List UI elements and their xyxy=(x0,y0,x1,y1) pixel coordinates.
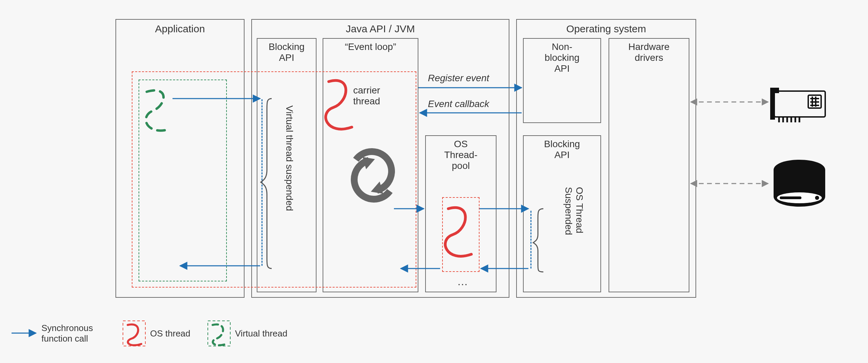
legend-virtual-thread-label: Virtual thread xyxy=(235,328,287,339)
hardware-drivers-box: Hardware drivers xyxy=(609,38,689,292)
pool-os-thread xyxy=(442,197,480,272)
application-title: Application xyxy=(116,23,244,35)
register-event-label: Register event xyxy=(428,73,489,84)
blocking-api-title: Blocking API xyxy=(257,41,316,63)
diagram-canvas: Application Java API / JVM Operating sys… xyxy=(0,0,868,363)
svg-point-13 xyxy=(777,192,822,203)
jvm-title: Java API / JVM xyxy=(252,23,509,35)
event-loop-title: “Event loop” xyxy=(323,41,418,52)
threadpool-ellipsis: … xyxy=(457,275,468,288)
event-callback-label: Event callback xyxy=(428,99,489,109)
disk-icon xyxy=(774,160,825,207)
svg-rect-0 xyxy=(774,91,825,117)
hardware-drivers-title: Hardware drivers xyxy=(609,41,689,63)
os-blocking-api-title: Blocking API xyxy=(524,139,600,160)
nonblocking-api-box: Non- blocking API xyxy=(523,38,601,123)
virtual-thread-suspended-line xyxy=(261,99,263,266)
os-blocking-api-box: Blocking API xyxy=(523,135,601,292)
carrier-thread-label: carrier thread xyxy=(353,85,380,107)
hardware-card-icon xyxy=(771,88,825,122)
virtual-thread-suspended-label: Virtual thread suspended xyxy=(284,105,295,211)
legend-sync-label: Synchronous function call xyxy=(41,323,93,344)
legend-vthread-box xyxy=(208,321,230,346)
legend-os-thread-label: OS thread xyxy=(150,328,191,339)
nonblocking-api-title: Non- blocking API xyxy=(524,41,600,74)
legend-osthread-box xyxy=(123,321,145,346)
svg-rect-15 xyxy=(780,196,801,199)
os-thread-suspended-line xyxy=(530,211,531,269)
svg-rect-1 xyxy=(808,95,821,108)
os-threadpool-title: OS Thread- pool xyxy=(426,139,496,171)
svg-point-14 xyxy=(815,196,819,200)
virtual-thread-span xyxy=(139,80,227,281)
os-thread-suspended-label: OS Thread Suspended xyxy=(563,187,585,235)
os-title: Operating system xyxy=(517,23,695,35)
legend-vthread-squiggle xyxy=(213,324,226,345)
legend-osthread-squiggle xyxy=(128,324,141,345)
